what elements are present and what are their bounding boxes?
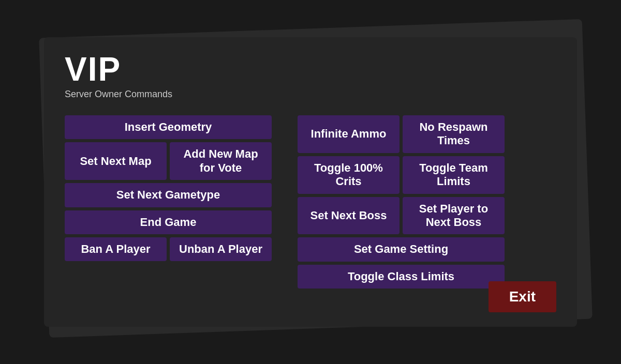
- set-next-gametype-button[interactable]: Set Next Gametype: [65, 183, 272, 207]
- toggle-crits-button[interactable]: Toggle 100% Crits: [298, 156, 400, 194]
- unban-player-button[interactable]: Unban A Player: [170, 237, 272, 261]
- ban-row: Ban A Player Unban A Player: [65, 237, 272, 261]
- vip-title: VIP: [65, 53, 556, 86]
- ammo-row: Infinite Ammo No Respawn Times: [298, 115, 505, 153]
- no-respawn-button[interactable]: No Respawn Times: [403, 115, 505, 153]
- set-next-boss-button[interactable]: Set Next Boss: [298, 197, 400, 235]
- left-column: Insert Geometry Set Next Map Add New Map…: [65, 115, 272, 289]
- set-player-next-boss-button[interactable]: Set Player to Next Boss: [403, 197, 505, 235]
- end-game-button[interactable]: End Game: [65, 210, 272, 234]
- exit-button[interactable]: Exit: [489, 281, 556, 312]
- main-panel: VIP Server Owner Commands Insert Geometr…: [44, 37, 577, 327]
- add-new-map-button[interactable]: Add New Map for Vote: [170, 142, 272, 180]
- set-next-map-button[interactable]: Set Next Map: [65, 142, 167, 180]
- set-game-setting-button[interactable]: Set Game Setting: [298, 237, 505, 261]
- subtitle: Server Owner Commands: [65, 89, 556, 100]
- insert-geometry-button[interactable]: Insert Geometry: [65, 115, 272, 139]
- toggle-class-limits-button[interactable]: Toggle Class Limits: [298, 265, 505, 289]
- boss-row: Set Next Boss Set Player to Next Boss: [298, 197, 505, 235]
- map-row: Set Next Map Add New Map for Vote: [65, 142, 272, 180]
- infinite-ammo-button[interactable]: Infinite Ammo: [298, 115, 400, 153]
- toggle-team-limits-button[interactable]: Toggle Team Limits: [403, 156, 505, 194]
- right-column: Infinite Ammo No Respawn Times Toggle 10…: [298, 115, 505, 289]
- ban-player-button[interactable]: Ban A Player: [65, 237, 167, 261]
- toggle-row: Toggle 100% Crits Toggle Team Limits: [298, 156, 505, 194]
- content-grid: Insert Geometry Set Next Map Add New Map…: [65, 115, 556, 289]
